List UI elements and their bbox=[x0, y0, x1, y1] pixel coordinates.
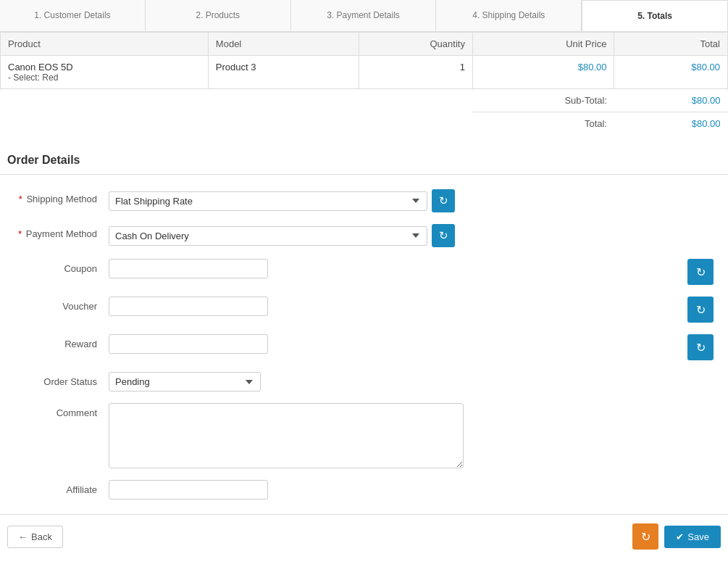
section-title: Order Details bbox=[0, 142, 728, 175]
affiliate-row: Affiliate bbox=[7, 480, 721, 500]
payment-required-star: * bbox=[18, 228, 22, 239]
footer-bar: ← Back ↻ ✔ Save bbox=[0, 514, 728, 558]
shipping-method-label: * Shipping Method bbox=[7, 189, 109, 204]
comment-label: Comment bbox=[7, 403, 109, 418]
refresh-icon: ↻ bbox=[641, 530, 650, 544]
back-button[interactable]: ← Back bbox=[7, 526, 63, 548]
footer-right-actions: ↻ ✔ Save bbox=[632, 523, 721, 550]
shipping-method-select[interactable]: Flat Shipping Rate bbox=[109, 191, 427, 211]
save-button[interactable]: ✔ Save bbox=[664, 526, 721, 548]
total-label: Total: bbox=[472, 112, 614, 136]
reward-row: Reward ↻ bbox=[7, 334, 721, 360]
product-total: $80.00 bbox=[614, 56, 728, 89]
table-row: Canon EOS 5D - Select: Red Product 3 1 $… bbox=[1, 56, 728, 89]
comment-textarea[interactable] bbox=[109, 403, 464, 468]
product-table: Product Model Quantity Unit Price Total … bbox=[0, 32, 728, 135]
reward-label: Reward bbox=[7, 334, 109, 349]
coupon-refresh-button[interactable]: ↻ bbox=[687, 259, 714, 285]
col-total: Total bbox=[614, 33, 728, 56]
tab-payment-details[interactable]: 3. Payment Details bbox=[291, 0, 437, 31]
comment-row: Comment bbox=[7, 403, 721, 468]
col-unit-price: Unit Price bbox=[472, 33, 614, 56]
wizard-tabs: 1. Customer Details 2. Products 3. Payme… bbox=[0, 0, 728, 32]
affiliate-label: Affiliate bbox=[7, 480, 109, 495]
payment-method-refresh-button[interactable]: ↻ bbox=[432, 224, 455, 247]
product-table-container: Product Model Quantity Unit Price Total … bbox=[0, 32, 728, 135]
shipping-method-control: Flat Shipping Rate ↻ bbox=[109, 189, 455, 212]
save-checkmark-icon: ✔ bbox=[676, 531, 684, 542]
subtotal-row: Sub-Total: $80.00 bbox=[1, 89, 728, 112]
tab-products[interactable]: 2. Products bbox=[146, 0, 291, 31]
product-option: - Select: Red bbox=[8, 72, 201, 83]
tab-shipping-details[interactable]: 4. Shipping Details bbox=[436, 0, 582, 31]
payment-method-label: * Payment Method bbox=[7, 224, 109, 239]
affiliate-input[interactable] bbox=[109, 480, 268, 500]
coupon-row: Coupon ↻ bbox=[7, 259, 721, 285]
coupon-input[interactable] bbox=[109, 259, 268, 278]
payment-method-row: * Payment Method Cash On Delivery ↻ bbox=[7, 224, 721, 247]
order-status-row: Order Status Pending Processing Shipped … bbox=[7, 372, 721, 392]
order-status-label: Order Status bbox=[7, 372, 109, 387]
voucher-row: Voucher ↻ bbox=[7, 297, 721, 323]
footer-refresh-button[interactable]: ↻ bbox=[632, 523, 658, 550]
shipping-method-refresh-button[interactable]: ↻ bbox=[432, 189, 455, 212]
subtotal-value: $80.00 bbox=[614, 89, 728, 112]
product-quantity: 1 bbox=[359, 56, 472, 89]
col-product: Product bbox=[1, 33, 209, 56]
back-arrow-icon: ← bbox=[18, 531, 28, 542]
shipping-required-star: * bbox=[19, 194, 22, 204]
subtotal-label: Sub-Total: bbox=[472, 89, 614, 112]
reward-refresh-button[interactable]: ↻ bbox=[687, 334, 714, 360]
order-details-form: * Shipping Method Flat Shipping Rate ↻ *… bbox=[0, 189, 728, 500]
voucher-refresh-button[interactable]: ↻ bbox=[687, 297, 714, 323]
product-unit-price: $80.00 bbox=[472, 56, 614, 89]
coupon-label: Coupon bbox=[7, 259, 109, 274]
voucher-label: Voucher bbox=[7, 297, 109, 312]
total-row: Total: $80.00 bbox=[1, 112, 728, 136]
total-value: $80.00 bbox=[614, 112, 728, 136]
col-model: Model bbox=[208, 33, 359, 56]
payment-method-select[interactable]: Cash On Delivery bbox=[109, 226, 427, 246]
reward-input[interactable] bbox=[109, 334, 268, 354]
shipping-method-row: * Shipping Method Flat Shipping Rate ↻ bbox=[7, 189, 721, 212]
tab-customer-details[interactable]: 1. Customer Details bbox=[0, 0, 146, 31]
voucher-input[interactable] bbox=[109, 297, 268, 316]
order-status-select[interactable]: Pending Processing Shipped Complete Canc… bbox=[109, 372, 261, 392]
col-quantity: Quantity bbox=[359, 33, 472, 56]
payment-method-control: Cash On Delivery ↻ bbox=[109, 224, 455, 247]
tab-totals[interactable]: 5. Totals bbox=[582, 0, 728, 31]
product-name: Canon EOS 5D bbox=[8, 62, 201, 72]
product-model: Product 3 bbox=[208, 56, 359, 89]
